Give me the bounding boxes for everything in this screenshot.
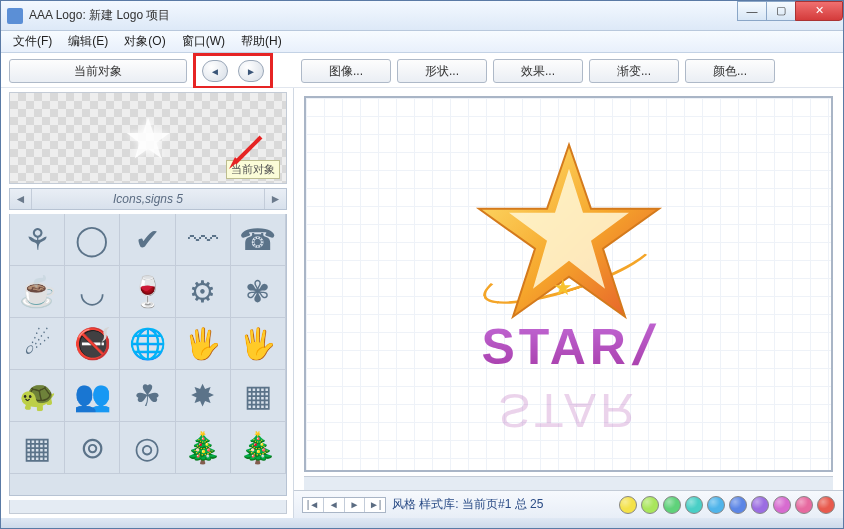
color-button[interactable]: 颜色... — [685, 59, 775, 83]
canvas-scrollbar[interactable] — [304, 476, 833, 490]
annotation-arrow-icon — [225, 133, 265, 173]
library-icon-20[interactable]: ▦ — [10, 422, 65, 474]
canvas[interactable]: ★ STAR / STAR — [304, 96, 833, 472]
library-icon-23[interactable]: 🎄 — [176, 422, 231, 474]
palette-swatch-3[interactable] — [685, 496, 703, 514]
shape-button[interactable]: 形状... — [397, 59, 487, 83]
palette-swatch-6[interactable] — [751, 496, 769, 514]
menu-help[interactable]: 帮助(H) — [235, 31, 288, 52]
main-area: ★ 当前对象 ◄ Icons,signs 5 ► ⚘◯✔〰☎☕◡🍷⚙✾☄🚭🌐🖐🖐… — [1, 88, 843, 518]
library-icon-11[interactable]: 🚭 — [65, 318, 120, 370]
palette-swatch-1[interactable] — [641, 496, 659, 514]
logo-reflection: STAR — [498, 383, 638, 438]
close-button[interactable]: ✕ — [795, 1, 843, 21]
menubar: 文件(F) 编辑(E) 对象(O) 窗口(W) 帮助(H) — [1, 31, 843, 53]
window-title: AAA Logo: 新建 Logo 项目 — [29, 7, 738, 24]
library-prev-button[interactable]: ◄ — [10, 189, 32, 209]
big-star-icon — [469, 133, 669, 337]
palette-swatch-4[interactable] — [707, 496, 725, 514]
right-pane: ★ STAR / STAR |◄ ◄ ► ►| — [293, 88, 843, 518]
palette-swatch-7[interactable] — [773, 496, 791, 514]
library-icon-18[interactable]: ✸ — [176, 370, 231, 422]
preview-star-icon: ★ — [123, 106, 173, 171]
current-object-button[interactable]: 当前对象 — [9, 59, 187, 83]
pager-last[interactable]: ►| — [365, 498, 385, 512]
palette-swatch-9[interactable] — [817, 496, 835, 514]
palette-swatch-5[interactable] — [729, 496, 747, 514]
library-icon-10[interactable]: ☄ — [10, 318, 65, 370]
highlighted-arrow-group: ◄ ► — [193, 53, 273, 89]
left-pane: ★ 当前对象 ◄ Icons,signs 5 ► ⚘◯✔〰☎☕◡🍷⚙✾☄🚭🌐🖐🖐… — [1, 88, 293, 518]
logo-slash: / — [628, 311, 664, 376]
library-icon-19[interactable]: ▦ — [231, 370, 286, 422]
window-controls: — ▢ ✕ — [738, 1, 843, 21]
library-icon-8[interactable]: ⚙ — [176, 266, 231, 318]
menu-file[interactable]: 文件(F) — [7, 31, 58, 52]
library-next-button[interactable]: ► — [264, 189, 286, 209]
object-preview: ★ 当前对象 — [9, 92, 287, 184]
titlebar[interactable]: AAA Logo: 新建 Logo 项目 — ▢ ✕ — [1, 1, 843, 31]
library-icon-22[interactable]: ◎ — [120, 422, 175, 474]
next-object-button[interactable]: ► — [238, 60, 264, 82]
library-icon-5[interactable]: ☕ — [10, 266, 65, 318]
toolbar: 当前对象 ◄ ► 图像... 形状... 效果... 渐变... 颜色... — [1, 53, 843, 88]
library-icon-7[interactable]: 🍷 — [120, 266, 175, 318]
small-star-icon: ★ — [553, 275, 573, 301]
library-icon-24[interactable]: 🎄 — [231, 422, 286, 474]
menu-object[interactable]: 对象(O) — [118, 31, 171, 52]
bottom-strip — [1, 518, 843, 528]
library-icon-12[interactable]: 🌐 — [120, 318, 175, 370]
left-scrollbar[interactable] — [9, 500, 287, 514]
library-header: ◄ Icons,signs 5 ► — [9, 188, 287, 210]
library-icon-13[interactable]: 🖐 — [176, 318, 231, 370]
logo-text: STAR / — [482, 311, 656, 376]
canvas-wrap: ★ STAR / STAR — [294, 88, 843, 476]
palette-swatch-0[interactable] — [619, 496, 637, 514]
maximize-button[interactable]: ▢ — [766, 1, 796, 21]
color-palette — [619, 496, 835, 514]
effect-button[interactable]: 效果... — [493, 59, 583, 83]
image-button[interactable]: 图像... — [301, 59, 391, 83]
logo-word: STAR — [482, 317, 630, 375]
pager-first[interactable]: |◄ — [303, 498, 324, 512]
prev-object-button[interactable]: ◄ — [202, 60, 228, 82]
library-icon-6[interactable]: ◡ — [65, 266, 120, 318]
status-text: 风格 样式库: 当前页#1 总 25 — [392, 496, 543, 513]
svg-line-0 — [235, 137, 261, 163]
menu-window[interactable]: 窗口(W) — [176, 31, 231, 52]
library-icon-15[interactable]: 🐢 — [10, 370, 65, 422]
palette-swatch-8[interactable] — [795, 496, 813, 514]
library-icon-16[interactable]: 👥 — [65, 370, 120, 422]
library-icon-9[interactable]: ✾ — [231, 266, 286, 318]
menu-edit[interactable]: 编辑(E) — [62, 31, 114, 52]
gradient-button[interactable]: 渐变... — [589, 59, 679, 83]
pager-prev[interactable]: ◄ — [324, 498, 345, 512]
library-icon-3[interactable]: 〰 — [176, 214, 231, 266]
library-icon-21[interactable]: ⊚ — [65, 422, 120, 474]
library-title: Icons,signs 5 — [32, 192, 264, 206]
pager-next[interactable]: ► — [345, 498, 366, 512]
icon-grid: ⚘◯✔〰☎☕◡🍷⚙✾☄🚭🌐🖐🖐🐢👥☘✸▦▦⊚◎🎄🎄 — [9, 214, 287, 496]
palette-swatch-2[interactable] — [663, 496, 681, 514]
library-icon-2[interactable]: ✔ — [120, 214, 175, 266]
minimize-button[interactable]: — — [737, 1, 767, 21]
style-pager: |◄ ◄ ► ►| — [302, 497, 386, 513]
statusbar: |◄ ◄ ► ►| 风格 样式库: 当前页#1 总 25 — [294, 490, 843, 518]
library-icon-4[interactable]: ☎ — [231, 214, 286, 266]
library-icon-14[interactable]: 🖐 — [231, 318, 286, 370]
app-icon — [7, 8, 23, 24]
library-icon-0[interactable]: ⚘ — [10, 214, 65, 266]
app-window: AAA Logo: 新建 Logo 项目 — ▢ ✕ 文件(F) 编辑(E) 对… — [0, 0, 844, 529]
library-icon-1[interactable]: ◯ — [65, 214, 120, 266]
library-icon-17[interactable]: ☘ — [120, 370, 175, 422]
